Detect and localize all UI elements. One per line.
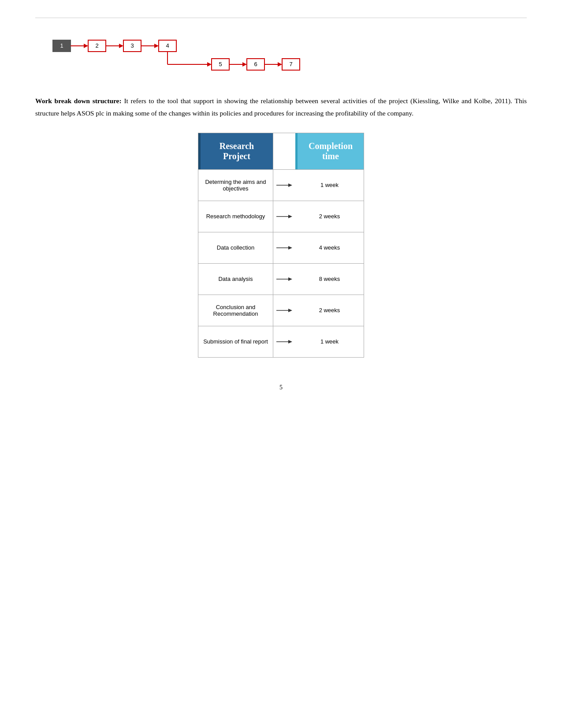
wbs-cell-right: 4 weeks — [295, 232, 364, 263]
svg-marker-28 — [288, 183, 292, 187]
svg-text:7: 7 — [289, 61, 292, 67]
svg-text:5: 5 — [219, 61, 222, 67]
wbs-arrow — [273, 295, 295, 326]
top-divider — [35, 18, 527, 18]
wbs-arrow — [273, 170, 295, 201]
wbs-table: Research Project Completion time Determi… — [198, 133, 364, 358]
wbs-cell-left: Data collection — [198, 232, 273, 263]
wbs-row: Data collection4 weeks — [198, 232, 364, 263]
wbs-container: Research Project Completion time Determi… — [35, 133, 527, 358]
wbs-cell-left: Conclusion and Recommendation — [198, 295, 273, 326]
svg-marker-38 — [288, 340, 292, 343]
flow-diagram: 1 2 3 4 5 6 — [35, 31, 527, 77]
wbs-arrow — [273, 232, 295, 263]
wbs-row: Submission of final report1 week — [198, 326, 364, 357]
wbs-cell-right: 2 weeks — [295, 201, 364, 232]
wbs-cell-right: 2 weeks — [295, 295, 364, 326]
svg-marker-16 — [207, 62, 212, 67]
wbs-header-left: Research Project — [198, 133, 273, 169]
svg-marker-3 — [84, 44, 88, 48]
svg-marker-30 — [288, 215, 292, 218]
wbs-rows: Determing the aims and objectives1 weekR… — [198, 169, 364, 357]
svg-marker-34 — [288, 277, 292, 281]
svg-text:2: 2 — [95, 42, 98, 49]
wbs-cell-right: 8 weeks — [295, 264, 364, 295]
wbs-row: Data analysis8 weeks — [198, 263, 364, 295]
wbs-cell-left: Determing the aims and objectives — [198, 170, 273, 201]
wbs-row: Conclusion and Recommendation2 weeks — [198, 295, 364, 326]
wbs-cell-right: 1 week — [295, 170, 364, 201]
svg-marker-32 — [288, 246, 292, 250]
page-number-text: 5 — [279, 384, 283, 391]
wbs-cell-left: Research methodology — [198, 201, 273, 232]
svg-marker-20 — [242, 62, 247, 67]
wbs-header-row: Research Project Completion time — [198, 133, 364, 169]
svg-text:3: 3 — [130, 42, 134, 49]
wbs-cell-right: 1 week — [295, 326, 364, 357]
flow-svg: 1 2 3 4 5 6 — [48, 36, 357, 75]
wbs-cell-left: Data analysis — [198, 264, 273, 295]
wbs-arrow — [273, 201, 295, 232]
svg-marker-36 — [288, 309, 292, 312]
wbs-arrow — [273, 264, 295, 295]
svg-text:1: 1 — [60, 42, 63, 49]
wbs-arrow — [273, 326, 295, 357]
paragraph-section: Work break down structure: It refers to … — [35, 95, 527, 119]
svg-text:4: 4 — [166, 42, 169, 49]
svg-text:6: 6 — [254, 61, 257, 67]
svg-marker-24 — [278, 62, 282, 67]
bold-label: Work break down structure: — [35, 97, 122, 105]
wbs-cell-left: Submission of final report — [198, 326, 273, 357]
svg-marker-11 — [154, 44, 159, 48]
wbs-row: Determing the aims and objectives1 week — [198, 169, 364, 201]
wbs-row: Research methodology2 weeks — [198, 201, 364, 232]
svg-marker-7 — [119, 44, 123, 48]
page-number: 5 — [35, 384, 527, 391]
wbs-header-spacer — [273, 133, 295, 169]
wbs-header-right: Completion time — [295, 133, 364, 169]
